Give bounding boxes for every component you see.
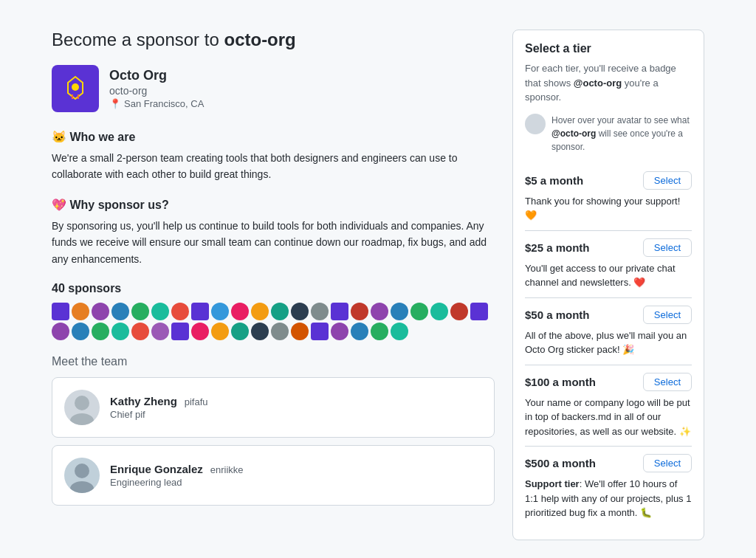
- tier-price-1: $25 a month: [525, 241, 590, 254]
- tier-desc-3: Your name or company logo will be put in…: [525, 396, 692, 439]
- svg-point-1: [72, 83, 79, 91]
- why-sponsor-text: By sponsoring us, you'll help us continu…: [52, 218, 495, 267]
- sponsor-avatar: [191, 303, 209, 320]
- sponsor-avatar: [291, 303, 309, 320]
- team-member-card-enrique: Enrique Gonzalez enriikke Engineering le…: [52, 445, 495, 506]
- page-title: Become a sponsor to octo-org: [52, 30, 495, 50]
- sponsor-avatar: [92, 303, 109, 320]
- member-username-enrique: enriikke: [210, 464, 244, 475]
- sponsor-avatar: [311, 303, 329, 320]
- sponsor-avatar: [391, 303, 408, 320]
- tier-select-button-2[interactable]: Select: [643, 306, 692, 324]
- member-avatar-kathy: [64, 390, 100, 425]
- sponsor-avatar: [470, 303, 488, 320]
- sponsor-avatar: [331, 303, 348, 320]
- member-role-enrique: Engineering lead: [110, 477, 244, 488]
- why-sponsor-heading: 💖 Why sponsor us?: [52, 198, 495, 212]
- member-info-enrique: Enrique Gonzalez enriikke Engineering le…: [110, 463, 244, 488]
- sponsor-avatar: [371, 303, 388, 320]
- svg-point-4: [75, 396, 89, 410]
- sponsor-avatar: [371, 323, 388, 340]
- sponsor-avatar: [92, 323, 109, 340]
- sponsor-avatar: [251, 323, 269, 340]
- meet-team-section: Meet the team Kathy Zheng pifafu Chief p…: [52, 355, 495, 506]
- sponsor-avatar: [231, 303, 249, 320]
- member-avatar-enrique: [64, 458, 100, 493]
- org-info: Octo Org octo-org 📍 San Francisco, CA: [109, 68, 204, 109]
- org-location: 📍 San Francisco, CA: [109, 98, 204, 109]
- org-header: Octo Org octo-org 📍 San Francisco, CA: [52, 65, 495, 112]
- tier-panel-subtitle: For each tier, you'll receive a badge th…: [525, 61, 692, 105]
- sponsors-section: 40 sponsors: [52, 282, 495, 340]
- sponsor-avatar: [271, 303, 289, 320]
- meet-team-title: Meet the team: [52, 355, 495, 368]
- sponsor-avatar: [251, 303, 269, 320]
- sponsor-avatar: [171, 323, 189, 340]
- svg-point-5: [70, 413, 94, 425]
- sponsor-avatar: [351, 323, 368, 340]
- sponsor-avatar: [391, 323, 408, 340]
- sponsor-avatar: [171, 303, 189, 320]
- sponsor-avatar: [52, 323, 69, 340]
- sponsor-avatar: [331, 323, 348, 340]
- sponsor-avatar: [72, 323, 89, 340]
- sponsor-avatar: [111, 303, 129, 320]
- sponsor-avatar: [131, 323, 149, 340]
- who-we-are-heading: 🐱 Who we are: [52, 130, 495, 144]
- tier-select-button-4[interactable]: Select: [643, 454, 692, 472]
- hover-hint: Hover over your avatar to see what @octo…: [525, 114, 692, 154]
- sponsor-avatar: [111, 323, 129, 340]
- sponsor-avatar: [52, 303, 69, 320]
- sponsor-avatar: [211, 323, 229, 340]
- tier-item-1: $25 a monthSelectYou'll get access to ou…: [525, 230, 692, 297]
- sponsor-avatar: [151, 303, 169, 320]
- svg-point-6: [75, 464, 89, 478]
- tier-item-3: $100 a monthSelectYour name or company l…: [525, 365, 692, 447]
- hover-hint-text: Hover over your avatar to see what @octo…: [551, 114, 692, 154]
- sponsor-avatar: [131, 303, 149, 320]
- sponsor-avatar: [151, 323, 169, 340]
- sponsor-avatar: [410, 303, 428, 320]
- member-name-enrique: Enrique Gonzalez: [110, 463, 203, 475]
- tier-item-0: $5 a monthSelectThank you for showing yo…: [525, 164, 692, 230]
- sponsor-avatar: [231, 323, 249, 340]
- sponsor-avatar: [351, 303, 368, 320]
- tiers-container: $5 a monthSelectThank you for showing yo…: [525, 164, 692, 528]
- tier-select-button-0[interactable]: Select: [643, 171, 692, 190]
- tier-desc-0: Thank you for showing your support! 🧡: [525, 194, 692, 223]
- tier-select-button-3[interactable]: Select: [643, 373, 692, 391]
- who-we-are-text: We're a small 2-person team creating too…: [52, 150, 495, 183]
- tier-price-0: $5 a month: [525, 174, 583, 187]
- org-avatar: [52, 65, 99, 112]
- tier-price-3: $100 a month: [525, 376, 596, 388]
- tier-panel-title: Select a tier: [525, 42, 692, 55]
- sponsor-avatar: [72, 303, 89, 320]
- sponsor-avatar: [291, 323, 309, 340]
- svg-point-7: [70, 481, 94, 493]
- tier-select-button-1[interactable]: Select: [643, 238, 692, 257]
- tier-item-2: $50 a monthSelectAll of the above, plus …: [525, 297, 692, 365]
- tier-desc-2: All of the above, plus we'll mail you an…: [525, 328, 692, 357]
- tier-desc-1: You'll get access to our private chat ch…: [525, 261, 692, 290]
- left-panel: Become a sponsor to octo-org Octo Org oc…: [52, 30, 495, 540]
- sponsor-avatar: [271, 323, 289, 340]
- member-username-kathy: pifafu: [185, 396, 208, 407]
- hover-hint-avatar: [525, 114, 546, 134]
- member-name-kathy: Kathy Zheng: [110, 395, 177, 407]
- sponsors-grid: [52, 303, 495, 340]
- sponsor-avatar: [191, 323, 209, 340]
- tier-item-4: $500 a monthSelectSupport tier: We'll of…: [525, 446, 692, 528]
- right-panel: Select a tier For each tier, you'll rece…: [512, 30, 704, 540]
- team-member-card-kathy: Kathy Zheng pifafu Chief pif: [52, 377, 495, 438]
- sponsor-avatar: [450, 303, 468, 320]
- tier-price-2: $50 a month: [525, 309, 590, 321]
- location-icon: 📍: [109, 98, 121, 109]
- org-handle: octo-org: [109, 85, 204, 97]
- tier-panel: Select a tier For each tier, you'll rece…: [512, 30, 704, 540]
- sponsor-avatar: [211, 303, 229, 320]
- member-info-kathy: Kathy Zheng pifafu Chief pif: [110, 395, 208, 420]
- org-name: Octo Org: [109, 68, 204, 83]
- sponsor-avatar: [430, 303, 448, 320]
- member-role-kathy: Chief pif: [110, 409, 208, 420]
- sponsors-count: 40 sponsors: [52, 282, 495, 295]
